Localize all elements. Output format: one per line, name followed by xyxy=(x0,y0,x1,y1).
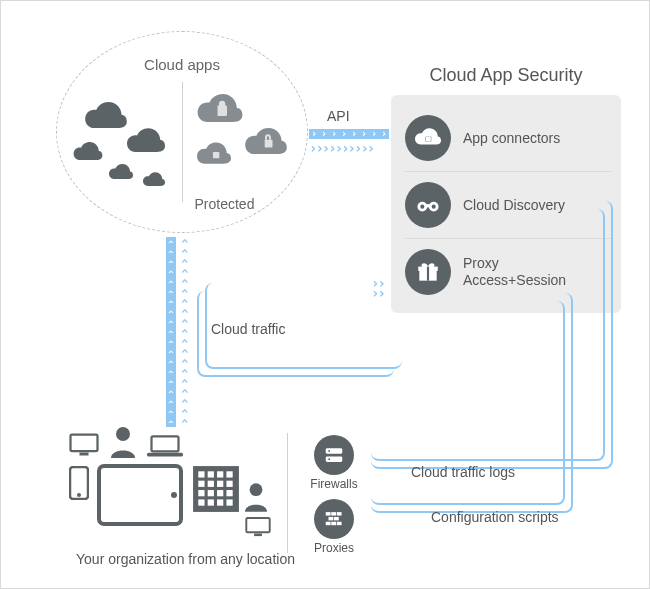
user-icon xyxy=(111,426,135,458)
svg-rect-16 xyxy=(152,436,179,451)
flow-label-api: API xyxy=(327,108,350,124)
svg-rect-14 xyxy=(80,453,89,456)
svg-rect-2 xyxy=(213,152,219,158)
svg-point-39 xyxy=(250,483,263,496)
cloud-icon xyxy=(127,128,165,152)
svg-rect-20 xyxy=(99,466,181,524)
svg-rect-32 xyxy=(208,490,214,496)
svg-rect-30 xyxy=(226,481,232,487)
user-icon xyxy=(245,482,267,512)
svg-rect-0 xyxy=(219,107,227,115)
cloud-lock-icon xyxy=(197,94,243,122)
svg-rect-13 xyxy=(71,435,98,452)
phone-icon xyxy=(69,466,89,500)
monitor-icon xyxy=(245,516,271,538)
infra-proxies: Proxies xyxy=(299,499,369,555)
svg-point-45 xyxy=(328,458,330,460)
svg-rect-49 xyxy=(329,517,334,520)
organization-region xyxy=(69,426,274,546)
infra-firewalls: Firewalls xyxy=(299,435,369,491)
svg-point-21 xyxy=(171,492,177,498)
svg-rect-47 xyxy=(331,512,336,515)
flow-api-arrow: ›››››››››› xyxy=(309,143,373,153)
cloud-icon xyxy=(109,164,133,179)
flow-label-configuration-scripts: Configuration scripts xyxy=(431,509,559,525)
cas-title: Cloud App Security xyxy=(391,65,621,86)
cloud-apps-title: Cloud apps xyxy=(57,56,307,73)
cloud-apps-protected-label: Protected xyxy=(195,196,255,212)
svg-rect-51 xyxy=(326,522,331,525)
svg-rect-1 xyxy=(265,140,273,148)
svg-rect-41 xyxy=(254,534,262,537)
svg-rect-33 xyxy=(217,490,223,496)
flow-api-arrow: ›››››››› xyxy=(309,129,389,139)
organization-label: Your organization from any location xyxy=(76,551,295,567)
svg-rect-27 xyxy=(198,481,204,487)
cloud-lock-icon xyxy=(405,115,451,161)
svg-rect-4 xyxy=(426,137,431,142)
svg-rect-25 xyxy=(217,471,223,477)
tablet-icon xyxy=(97,464,183,526)
svg-rect-48 xyxy=(337,512,342,515)
cloud-icon xyxy=(143,172,165,186)
cloud-apps-region: Cloud apps Protected xyxy=(56,31,308,233)
svg-rect-37 xyxy=(217,499,223,505)
infra-separator xyxy=(287,433,288,553)
svg-rect-52 xyxy=(331,522,336,525)
firewall-icon xyxy=(314,435,354,475)
svg-rect-35 xyxy=(198,499,204,505)
svg-rect-28 xyxy=(208,481,214,487)
cloud-apps-divider xyxy=(182,82,183,202)
cloud-icon xyxy=(73,142,103,160)
flow-cloud-traffic-arrow: ››››››››››››››››››› xyxy=(181,237,187,427)
svg-point-44 xyxy=(328,450,330,452)
svg-point-19 xyxy=(77,493,81,497)
svg-point-15 xyxy=(116,427,130,441)
infra-firewalls-label: Firewalls xyxy=(310,477,357,491)
svg-rect-26 xyxy=(226,471,232,477)
infra-region: Firewalls Proxies xyxy=(299,435,369,563)
svg-rect-50 xyxy=(334,517,339,520)
laptop-icon xyxy=(147,434,183,458)
svg-rect-36 xyxy=(208,499,214,505)
flow-cloud-traffic-arrow: ››››››››››››››››››› xyxy=(166,237,176,427)
flow-config-pipe xyxy=(371,301,565,505)
infra-proxies-label: Proxies xyxy=(314,541,354,555)
svg-rect-53 xyxy=(337,522,342,525)
cloud-lock-icon xyxy=(197,142,231,164)
svg-rect-17 xyxy=(147,453,183,457)
svg-rect-24 xyxy=(208,471,214,477)
svg-rect-23 xyxy=(198,471,204,477)
monitor-icon xyxy=(69,432,99,458)
cas-label-app-connectors: App connectors xyxy=(463,130,560,147)
svg-rect-34 xyxy=(226,490,232,496)
building-icon xyxy=(191,464,241,514)
svg-rect-31 xyxy=(198,490,204,496)
svg-rect-40 xyxy=(246,518,269,532)
svg-rect-38 xyxy=(226,499,232,505)
svg-rect-29 xyxy=(217,481,223,487)
cloud-icon xyxy=(85,102,127,128)
cloud-lock-icon xyxy=(245,128,287,154)
proxy-icon xyxy=(314,499,354,539)
svg-rect-46 xyxy=(326,512,331,515)
cas-row-app-connectors: App connectors xyxy=(405,105,611,172)
